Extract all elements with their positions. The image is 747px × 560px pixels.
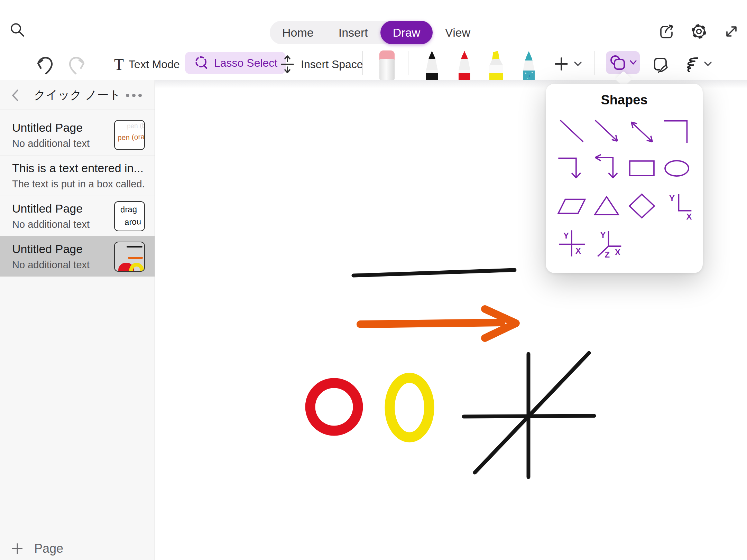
elbow-line-icon bbox=[661, 115, 693, 147]
text-mode-button[interactable]: T Text Mode bbox=[114, 48, 180, 80]
corner-axis-yx-icon: Y X bbox=[661, 190, 693, 222]
expand-icon bbox=[722, 22, 740, 40]
shape-ellipse[interactable] bbox=[660, 150, 695, 187]
insert-space-button[interactable]: Insert Space bbox=[279, 48, 363, 80]
lasso-select-label: Lasso Select bbox=[214, 57, 277, 69]
shape-triangle[interactable] bbox=[589, 187, 625, 224]
tab-insert-label: Insert bbox=[339, 26, 368, 39]
undo-button[interactable] bbox=[34, 54, 55, 75]
lasso-icon bbox=[193, 55, 210, 71]
onenote-app: Home Insert Draw View bbox=[0, 0, 747, 560]
eraser-tool[interactable] bbox=[376, 49, 398, 80]
tab-home-label: Home bbox=[282, 26, 314, 39]
toolbar-divider bbox=[362, 51, 363, 75]
shape-line[interactable] bbox=[554, 112, 589, 150]
page-subtitle: The text is put in a box called... bbox=[12, 178, 145, 190]
shape-elbow-arrow[interactable] bbox=[554, 150, 589, 187]
shape-elbow-line[interactable] bbox=[660, 112, 695, 150]
page-title: Untitled Page bbox=[12, 202, 110, 215]
share-button[interactable] bbox=[656, 21, 676, 41]
scribble-icon bbox=[680, 55, 700, 74]
ink-replay-dropdown[interactable] bbox=[703, 59, 713, 68]
note-annotate-button[interactable] bbox=[650, 54, 671, 75]
page-title: This is a text entered in... bbox=[12, 161, 145, 175]
shape-rectangle[interactable] bbox=[624, 150, 660, 187]
share-icon bbox=[657, 22, 676, 41]
add-pen-button[interactable] bbox=[552, 55, 571, 73]
elbow-double-arrow-icon bbox=[591, 152, 622, 184]
svg-text:Z: Z bbox=[605, 250, 610, 259]
red-pen-icon bbox=[454, 50, 475, 80]
tab-draw-label: Draw bbox=[393, 26, 420, 39]
thumbnail-orange-line bbox=[128, 257, 143, 259]
search-button[interactable] bbox=[8, 20, 27, 39]
svg-text:Y: Y bbox=[600, 230, 606, 240]
page-list-item[interactable]: Untitled Page No additional text drag ar… bbox=[0, 196, 155, 236]
shape-parallelogram[interactable] bbox=[554, 187, 589, 224]
sidebar-header: クイック ノート bbox=[0, 80, 155, 110]
tab-insert[interactable]: Insert bbox=[326, 21, 380, 44]
chevron-down-icon bbox=[703, 61, 712, 67]
tab-home[interactable]: Home bbox=[270, 21, 326, 44]
shape-diamond[interactable] bbox=[624, 187, 660, 224]
page-subtitle: No additional text bbox=[12, 138, 110, 149]
search-icon bbox=[9, 21, 26, 38]
ellipse-icon bbox=[661, 152, 693, 184]
shapes-button[interactable] bbox=[606, 51, 640, 74]
page-thumbnail bbox=[114, 242, 145, 272]
page-title: Untitled Page bbox=[12, 242, 110, 256]
page-item-texts: Untitled Page No additional text bbox=[12, 121, 110, 149]
shapes-grid-empty-cell bbox=[624, 224, 660, 262]
back-button[interactable] bbox=[9, 88, 21, 102]
fullscreen-button[interactable] bbox=[721, 21, 741, 41]
shape-double-arrow[interactable] bbox=[624, 112, 660, 150]
page-item-texts: Untitled Page No additional text bbox=[12, 242, 110, 271]
tab-view-label: View bbox=[445, 26, 470, 39]
elbow-arrow-icon bbox=[556, 152, 588, 184]
cross-axis-xy-icon: Y X bbox=[556, 227, 588, 259]
shape-axis-xyz[interactable]: Y X Z bbox=[589, 224, 625, 262]
ink-replay-button[interactable] bbox=[680, 55, 701, 75]
black-pen-tool[interactable] bbox=[421, 50, 443, 80]
shapes-icon bbox=[609, 54, 627, 71]
page-list: Untitled Page No additional text pen (bl… bbox=[0, 110, 155, 277]
tab-draw[interactable]: Draw bbox=[380, 21, 433, 44]
add-page-button[interactable]: Page bbox=[0, 537, 155, 560]
tab-view[interactable]: View bbox=[433, 21, 483, 44]
page-subtitle: No additional text bbox=[12, 219, 110, 230]
settings-button[interactable] bbox=[689, 21, 709, 41]
shape-cross-axis-xy[interactable]: Y X bbox=[554, 224, 589, 262]
teal-pencil-tool[interactable] bbox=[518, 50, 540, 80]
shapes-popup: Shapes bbox=[546, 84, 703, 273]
redo-button[interactable] bbox=[66, 54, 88, 75]
page-list-item[interactable]: This is a text entered in... The text is… bbox=[0, 155, 155, 196]
lasso-select-button[interactable]: Lasso Select bbox=[185, 52, 286, 74]
notebook-section-title: クイック ノート bbox=[34, 87, 121, 103]
ellipsis-icon bbox=[125, 93, 143, 98]
shapes-grid-empty-cell bbox=[660, 224, 695, 262]
add-pen-dropdown[interactable] bbox=[573, 59, 583, 68]
chevron-down-icon bbox=[629, 60, 637, 65]
page-thumbnail: pen (bl pen (ora bbox=[114, 120, 145, 150]
thumbnail-ink-text: pen (bl bbox=[127, 122, 145, 130]
red-pen-tool[interactable] bbox=[454, 50, 475, 80]
text-mode-label: Text Mode bbox=[129, 58, 180, 71]
shape-elbow-double-arrow[interactable] bbox=[589, 150, 625, 187]
plus-icon bbox=[553, 56, 569, 72]
chevron-down-icon bbox=[573, 61, 582, 67]
shape-corner-axis-yx[interactable]: Y X bbox=[660, 187, 695, 224]
page-list-item[interactable]: Untitled Page No additional text pen (bl… bbox=[0, 115, 155, 155]
section-more-button[interactable] bbox=[125, 92, 143, 99]
page-subtitle: No additional text bbox=[12, 259, 110, 271]
thumbnail-ink-text: drag bbox=[120, 204, 137, 215]
rectangle-icon bbox=[626, 152, 658, 184]
yellow-highlighter-tool[interactable] bbox=[485, 50, 508, 80]
svg-text:X: X bbox=[615, 248, 620, 257]
thumbnail-ink-text: arou bbox=[124, 217, 141, 227]
axis-xyz-icon: Y X Z bbox=[591, 227, 622, 259]
page-list-item-selected[interactable]: Untitled Page No additional text bbox=[0, 236, 155, 277]
parallelogram-icon bbox=[556, 190, 588, 222]
insert-space-icon bbox=[279, 55, 296, 74]
shape-arrow[interactable] bbox=[589, 112, 625, 150]
eraser-icon bbox=[376, 49, 398, 80]
